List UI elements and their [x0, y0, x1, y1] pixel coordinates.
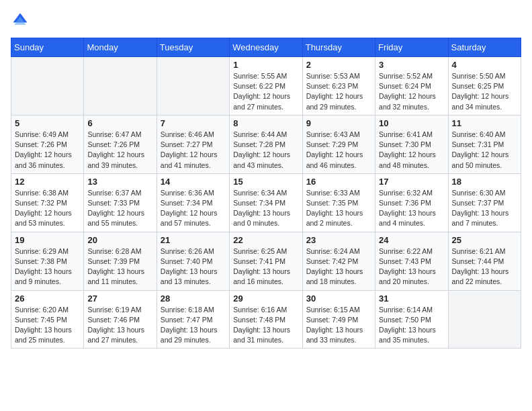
cell-info: Sunrise: 6:24 AM Sunset: 7:42 PM Dayligh… [306, 246, 371, 287]
col-header-saturday: Saturday [448, 38, 521, 57]
calendar-cell: 5Sunrise: 6:49 AM Sunset: 7:26 PM Daylig… [11, 115, 84, 173]
calendar-cell: 23Sunrise: 6:24 AM Sunset: 7:42 PM Dayli… [302, 232, 375, 290]
calendar-cell: 2Sunrise: 5:53 AM Sunset: 6:23 PM Daylig… [302, 57, 375, 116]
calendar-cell: 4Sunrise: 5:50 AM Sunset: 6:25 PM Daylig… [448, 57, 521, 116]
cell-day-number: 3 [379, 60, 444, 70]
calendar-cell: 15Sunrise: 6:34 AM Sunset: 7:34 PM Dayli… [230, 173, 302, 232]
logo-icon [11, 11, 30, 30]
cell-info: Sunrise: 5:50 AM Sunset: 6:25 PM Dayligh… [452, 71, 517, 112]
calendar-cell: 11Sunrise: 6:40 AM Sunset: 7:31 PM Dayli… [448, 115, 521, 173]
calendar-cell: 31Sunrise: 6:14 AM Sunset: 7:50 PM Dayli… [375, 290, 448, 349]
calendar-cell: 3Sunrise: 5:52 AM Sunset: 6:24 PM Daylig… [375, 57, 448, 116]
cell-day-number: 20 [87, 235, 152, 245]
calendar-cell: 27Sunrise: 6:19 AM Sunset: 7:46 PM Dayli… [84, 290, 157, 349]
calendar-header: SundayMondayTuesdayWednesdayThursdayFrid… [11, 38, 521, 57]
logo [11, 11, 32, 30]
calendar-cell: 10Sunrise: 6:41 AM Sunset: 7:30 PM Dayli… [375, 115, 448, 173]
cell-day-number: 23 [306, 235, 371, 245]
cell-info: Sunrise: 6:46 AM Sunset: 7:27 PM Dayligh… [161, 130, 226, 171]
cell-info: Sunrise: 6:38 AM Sunset: 7:32 PM Dayligh… [15, 188, 80, 229]
cell-day-number: 22 [233, 235, 298, 245]
cell-info: Sunrise: 6:30 AM Sunset: 7:37 PM Dayligh… [452, 188, 517, 229]
cell-info: Sunrise: 5:53 AM Sunset: 6:23 PM Dayligh… [306, 71, 371, 112]
cell-day-number: 16 [306, 177, 371, 187]
calendar-week-2: 5Sunrise: 6:49 AM Sunset: 7:26 PM Daylig… [11, 115, 521, 173]
cell-day-number: 2 [306, 60, 371, 70]
calendar-cell: 14Sunrise: 6:36 AM Sunset: 7:34 PM Dayli… [157, 173, 229, 232]
cell-day-number: 8 [233, 118, 298, 128]
cell-day-number: 7 [161, 118, 226, 128]
page-header [11, 11, 521, 30]
cell-day-number: 10 [379, 118, 444, 128]
calendar-cell: 1Sunrise: 5:55 AM Sunset: 6:22 PM Daylig… [230, 57, 302, 116]
calendar-cell: 20Sunrise: 6:28 AM Sunset: 7:39 PM Dayli… [84, 232, 157, 290]
cell-day-number: 27 [87, 293, 152, 304]
cell-info: Sunrise: 6:14 AM Sunset: 7:50 PM Dayligh… [379, 305, 444, 346]
col-header-wednesday: Wednesday [230, 38, 302, 57]
cell-day-number: 12 [15, 177, 80, 187]
cell-day-number: 15 [233, 177, 298, 187]
cell-day-number: 30 [306, 293, 371, 304]
calendar-cell: 21Sunrise: 6:26 AM Sunset: 7:40 PM Dayli… [157, 232, 229, 290]
calendar-cell: 26Sunrise: 6:20 AM Sunset: 7:45 PM Dayli… [11, 290, 84, 349]
calendar-cell [157, 57, 229, 116]
col-header-monday: Monday [84, 38, 157, 57]
cell-info: Sunrise: 5:55 AM Sunset: 6:22 PM Dayligh… [233, 71, 298, 112]
cell-info: Sunrise: 6:44 AM Sunset: 7:28 PM Dayligh… [233, 130, 298, 171]
cell-info: Sunrise: 6:43 AM Sunset: 7:29 PM Dayligh… [306, 130, 371, 171]
cell-day-number: 6 [87, 118, 152, 128]
cell-day-number: 1 [233, 60, 298, 70]
cell-day-number: 4 [452, 60, 517, 70]
calendar-cell: 16Sunrise: 6:33 AM Sunset: 7:35 PM Dayli… [302, 173, 375, 232]
cell-day-number: 18 [452, 177, 517, 187]
col-header-friday: Friday [375, 38, 448, 57]
cell-day-number: 13 [87, 177, 152, 187]
calendar-table: SundayMondayTuesdayWednesdayThursdayFrid… [11, 38, 521, 349]
cell-day-number: 29 [233, 293, 298, 304]
cell-info: Sunrise: 5:52 AM Sunset: 6:24 PM Dayligh… [379, 71, 444, 112]
calendar-cell: 6Sunrise: 6:47 AM Sunset: 7:26 PM Daylig… [84, 115, 157, 173]
cell-day-number: 11 [452, 118, 517, 128]
col-header-tuesday: Tuesday [157, 38, 229, 57]
cell-info: Sunrise: 6:36 AM Sunset: 7:34 PM Dayligh… [161, 188, 226, 229]
cell-info: Sunrise: 6:33 AM Sunset: 7:35 PM Dayligh… [306, 188, 371, 229]
calendar-cell: 18Sunrise: 6:30 AM Sunset: 7:37 PM Dayli… [448, 173, 521, 232]
cell-day-number: 26 [15, 293, 80, 304]
cell-info: Sunrise: 6:49 AM Sunset: 7:26 PM Dayligh… [15, 130, 80, 171]
cell-info: Sunrise: 6:16 AM Sunset: 7:48 PM Dayligh… [233, 305, 298, 346]
calendar-cell [11, 57, 84, 116]
cell-info: Sunrise: 6:15 AM Sunset: 7:49 PM Dayligh… [306, 305, 371, 346]
cell-day-number: 9 [306, 118, 371, 128]
cell-info: Sunrise: 6:32 AM Sunset: 7:36 PM Dayligh… [379, 188, 444, 229]
cell-day-number: 28 [161, 293, 226, 304]
calendar-cell: 19Sunrise: 6:29 AM Sunset: 7:38 PM Dayli… [11, 232, 84, 290]
calendar-week-3: 12Sunrise: 6:38 AM Sunset: 7:32 PM Dayli… [11, 173, 521, 232]
cell-day-number: 21 [161, 235, 226, 245]
calendar-cell: 24Sunrise: 6:22 AM Sunset: 7:43 PM Dayli… [375, 232, 448, 290]
calendar-cell: 22Sunrise: 6:25 AM Sunset: 7:41 PM Dayli… [230, 232, 302, 290]
cell-day-number: 14 [161, 177, 226, 187]
cell-day-number: 31 [379, 293, 444, 304]
calendar-cell: 30Sunrise: 6:15 AM Sunset: 7:49 PM Dayli… [302, 290, 375, 349]
cell-day-number: 17 [379, 177, 444, 187]
col-header-thursday: Thursday [302, 38, 375, 57]
cell-info: Sunrise: 6:37 AM Sunset: 7:33 PM Dayligh… [87, 188, 152, 229]
calendar-week-5: 26Sunrise: 6:20 AM Sunset: 7:45 PM Dayli… [11, 290, 521, 349]
calendar-cell: 12Sunrise: 6:38 AM Sunset: 7:32 PM Dayli… [11, 173, 84, 232]
col-header-sunday: Sunday [11, 38, 84, 57]
cell-day-number: 24 [379, 235, 444, 245]
cell-day-number: 25 [452, 235, 517, 245]
cell-info: Sunrise: 6:29 AM Sunset: 7:38 PM Dayligh… [15, 246, 80, 287]
calendar-cell: 13Sunrise: 6:37 AM Sunset: 7:33 PM Dayli… [84, 173, 157, 232]
cell-info: Sunrise: 6:25 AM Sunset: 7:41 PM Dayligh… [233, 246, 298, 287]
calendar-cell: 17Sunrise: 6:32 AM Sunset: 7:36 PM Dayli… [375, 173, 448, 232]
cell-info: Sunrise: 6:41 AM Sunset: 7:30 PM Dayligh… [379, 130, 444, 171]
calendar-week-4: 19Sunrise: 6:29 AM Sunset: 7:38 PM Dayli… [11, 232, 521, 290]
calendar-cell: 25Sunrise: 6:21 AM Sunset: 7:44 PM Dayli… [448, 232, 521, 290]
cell-info: Sunrise: 6:40 AM Sunset: 7:31 PM Dayligh… [452, 130, 517, 171]
cell-info: Sunrise: 6:18 AM Sunset: 7:47 PM Dayligh… [161, 305, 226, 346]
cell-day-number: 5 [15, 118, 80, 128]
calendar-cell: 7Sunrise: 6:46 AM Sunset: 7:27 PM Daylig… [157, 115, 229, 173]
cell-info: Sunrise: 6:19 AM Sunset: 7:46 PM Dayligh… [87, 305, 152, 346]
cell-day-number: 19 [15, 235, 80, 245]
